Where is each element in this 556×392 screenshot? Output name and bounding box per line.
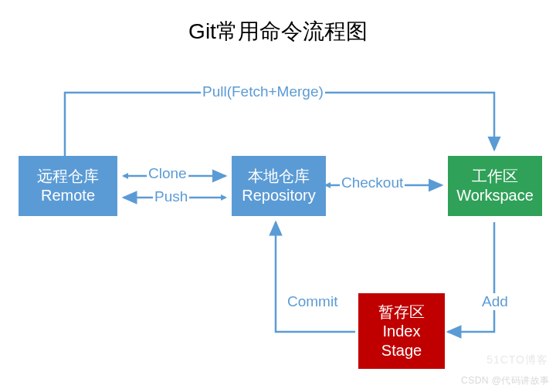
node-stage-en2: Stage — [381, 341, 422, 360]
node-stage-en1: Index — [383, 322, 421, 341]
node-stage-cn: 暂存区 — [378, 302, 425, 322]
label-add: Add — [480, 293, 510, 310]
edge-clone-start — [122, 173, 128, 179]
watermark-51cto: 51CTO博客 — [486, 353, 548, 367]
label-commit: Commit — [286, 293, 339, 310]
node-remote: 远程仓库 Remote — [19, 156, 117, 216]
node-repository: 本地仓库 Repository — [232, 156, 326, 216]
node-workspace: 工作区 Workspace — [448, 156, 542, 216]
node-work-cn: 工作区 — [472, 167, 518, 186]
diagram-canvas: 远程仓库 Remote 本地仓库 Repository 工作区 Workspac… — [0, 0, 556, 392]
label-clone: Clone — [147, 165, 188, 182]
node-work-en: Workspace — [456, 186, 534, 205]
watermark-csdn: CSDN @代码讲故事 — [461, 374, 550, 387]
label-push: Push — [153, 188, 189, 205]
node-repo-cn: 本地仓库 — [248, 167, 310, 186]
node-remote-en: Remote — [41, 186, 95, 205]
edge-push-start — [221, 194, 227, 201]
label-pull: Pull(Fetch+Merge) — [201, 83, 325, 100]
node-remote-cn: 远程仓库 — [37, 167, 99, 186]
edge-add — [448, 222, 494, 332]
edge-pull — [65, 93, 494, 156]
edge-commit — [276, 222, 355, 332]
node-stage: 暂存区 Index Stage — [358, 293, 445, 369]
node-repo-en: Repository — [242, 186, 316, 205]
label-checkout: Checkout — [340, 174, 405, 191]
